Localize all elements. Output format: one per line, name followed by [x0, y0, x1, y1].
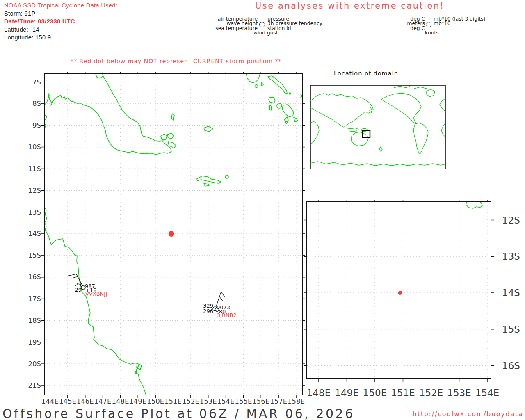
coastline-dentrecasteaux: [161, 133, 176, 148]
world-coast-newzealand: [379, 147, 382, 151]
world-coast-arctic: [394, 86, 427, 89]
y-axis-tick-label: 10S: [28, 143, 41, 151]
x-axis-tick-label: 153E: [447, 388, 471, 398]
x-axis-tick-label: 154E: [217, 397, 235, 405]
map-frame: [307, 202, 491, 379]
world-coast-greenland: [427, 89, 435, 97]
x-axis-tick-label: 153E: [200, 397, 217, 405]
x-axis-tick-label: 157E: [270, 397, 287, 405]
coastline-islet: [289, 93, 291, 94]
y-axis-tick-label: 16S: [28, 273, 41, 281]
coastline-sliver: [269, 105, 272, 110]
x-axis-tick-label: 158E: [288, 397, 305, 405]
x-axis-tick-label: 147E: [94, 397, 112, 405]
y-axis-tick-label: 17S: [28, 295, 41, 303]
y-axis-tick-label: 13S: [28, 208, 41, 216]
x-axis-tick-label: 146E: [77, 397, 94, 405]
x-axis-tick-label: 156E: [252, 397, 269, 405]
coastline-kolombangara: [277, 103, 282, 108]
wind-barb: [221, 292, 225, 297]
world-inset-frame: [310, 85, 445, 169]
wind-barb: [219, 296, 223, 301]
world-coast-eurasia: [310, 94, 373, 127]
y-axis-tick-label: 16S: [502, 361, 520, 371]
y-axis-tick-label: 8S: [32, 100, 41, 107]
world-coast-australia: [351, 132, 368, 146]
world-coast-africa-left: [310, 121, 319, 144]
y-axis-tick-label: 15S: [502, 324, 520, 335]
x-axis-tick-label: 154E: [475, 388, 499, 398]
y-axis-tick-label: 12S: [28, 187, 41, 194]
storm-position-dot: [398, 291, 402, 295]
y-axis-tick-label: 21S: [28, 381, 41, 389]
x-axis-tick-label: 152E: [182, 397, 199, 405]
world-coast-antarctica: [310, 162, 445, 166]
coastline-queensland: [44, 207, 146, 395]
x-axis-tick-label: 151E: [391, 388, 415, 398]
coastline-louisiades: [197, 176, 221, 183]
coastline-bougainville-wedge: [261, 82, 263, 86]
x-axis-tick-label: 152E: [419, 388, 443, 398]
x-axis-tick-label: 149E: [129, 397, 146, 405]
y-axis-tick-label: 11S: [28, 165, 41, 173]
storm-position-dot: [169, 231, 174, 237]
station-plot: 2929987+18VVXBNJJ: [67, 274, 107, 297]
world-coast-northamerica: [381, 93, 421, 124]
coastline-choiseul: [268, 76, 287, 94]
coastline-vella: [269, 97, 275, 103]
station-id: VVXBNJJ: [85, 291, 107, 297]
y-axis-tick-label: 13S: [502, 251, 520, 262]
coastline-bougainville: [246, 74, 260, 83]
y-axis-tick-label: 18S: [28, 317, 41, 324]
plot-canvas: 144E145E146E147E148E149E150E151E152E153E…: [0, 0, 525, 420]
y-axis-tick-label: 20S: [28, 360, 41, 368]
wind-barb: [71, 276, 78, 278]
coastline-new-georgia: [282, 105, 298, 124]
inset-map-generated: 148E149E150E151E152E153E154E12S13S14S15S…: [304, 200, 520, 398]
y-axis-tick-label: 9S: [32, 121, 41, 129]
world-coast-indonesia: [347, 128, 359, 132]
x-axis-tick-label: 148E: [307, 388, 331, 398]
y-axis-tick-label: 12S: [502, 215, 520, 226]
main-map-generated: 144E145E146E147E148E149E150E151E152E153E…: [28, 72, 305, 405]
y-axis-tick-label: 19S: [28, 338, 41, 346]
x-axis-tick-label: 149E: [335, 388, 358, 398]
station-sea-temp: 29: [75, 287, 82, 293]
x-axis-tick-label: 151E: [164, 397, 182, 405]
station-sea-temp: 296: [203, 308, 213, 314]
x-axis-tick-label: 148E: [112, 397, 129, 405]
coastline-shortland: [255, 85, 258, 88]
world-location-inset: [310, 85, 445, 169]
world-coast-southamerica: [413, 123, 428, 154]
x-axis-tick-label: 145E: [59, 397, 76, 405]
coastline-huon: [96, 74, 103, 78]
x-axis-tick-label: 144E: [41, 397, 59, 405]
x-axis-tick-label: 155E: [235, 397, 252, 405]
station-plot: 3292960073-803JRNB2: [203, 292, 237, 318]
y-axis-tick-label: 7S: [32, 78, 41, 86]
wind-barb: [67, 274, 76, 276]
coastline-png-south: [44, 74, 171, 155]
x-axis-tick-label: 150E: [363, 388, 387, 398]
y-axis-tick-label: 15S: [28, 251, 41, 259]
world-coast-europe-right: [440, 98, 445, 137]
y-axis-tick-label: 14S: [28, 230, 41, 237]
y-axis-tick-label: 14S: [502, 288, 520, 298]
coastline-inset-louisiade-tip: [466, 202, 482, 208]
station-id: 3JRNB2: [217, 312, 237, 318]
page: NOAA SSD Tropical Cyclone Data Used: Sto…: [0, 0, 525, 420]
x-axis-tick-label: 150E: [147, 397, 164, 405]
